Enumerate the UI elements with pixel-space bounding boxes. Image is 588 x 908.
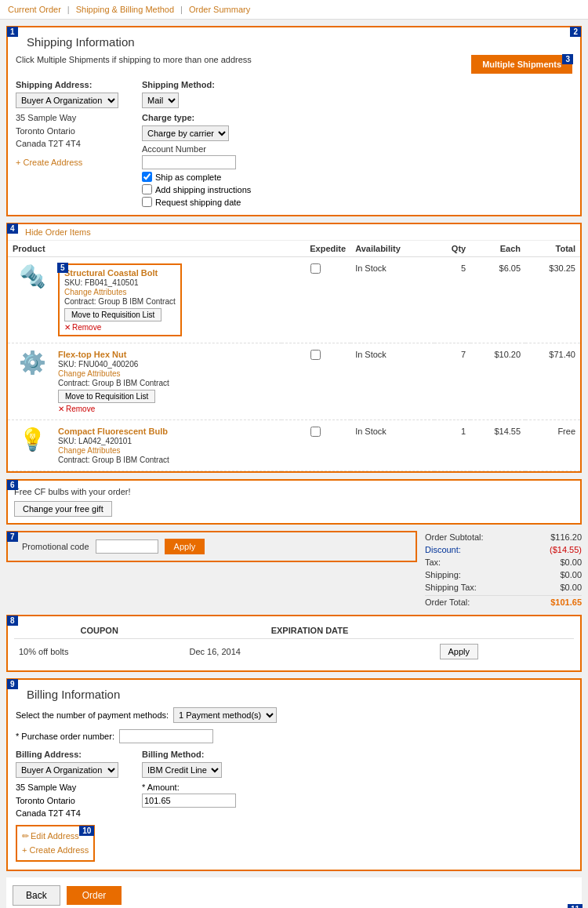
coupon-apply-button-0[interactable]: Apply xyxy=(440,644,479,659)
coupon-section: 8 COUPON EXPIRATION DATE 10% off bolts D… xyxy=(6,615,582,672)
method-label: Shipping Method: xyxy=(142,80,251,89)
shipping-columns: Shipping Address: Buyer A Organization 3… xyxy=(16,80,572,207)
shipping-section: 1 2 Shipping Information Click Multiple … xyxy=(6,26,582,216)
order-items-section: 4 Hide Order Items Product Expedite Avai… xyxy=(6,223,582,473)
billing-title: Billing Information xyxy=(27,688,572,701)
col-expedite: Expedite xyxy=(281,241,351,257)
shipping-value: $0.00 xyxy=(560,570,582,579)
nav-order-summary[interactable]: Order Summary xyxy=(189,5,250,14)
po-label: * Purchase order number: xyxy=(16,732,114,741)
product-name-2[interactable]: Compact Fluorescent Bulb xyxy=(58,427,168,436)
shipping-badge-2: 2 xyxy=(570,27,581,37)
top-nav: Current Order | Shipping & Billing Metho… xyxy=(0,0,588,20)
hide-items-link[interactable]: Hide Order Items xyxy=(25,227,91,237)
each-cell-0: $6.05 xyxy=(470,257,525,343)
address-line3: Canada T2T 4T4 xyxy=(16,137,118,151)
gift-section: 6 Free CF bulbs with your order! Change … xyxy=(6,479,582,525)
add-instructions-checkbox[interactable] xyxy=(142,184,152,194)
product-icon-2: 💡 xyxy=(13,427,52,452)
billing-edit-area: 10 ✏ Edit Address + Create Address xyxy=(16,825,95,862)
payment-methods-label: Select the number of payment methods: xyxy=(16,710,169,720)
multiple-shipments-button[interactable]: Multiple Shipments xyxy=(471,55,572,74)
add-instructions-label: Add shipping instructions xyxy=(155,185,251,194)
shipping-tax-row: Shipping Tax: $0.00 xyxy=(425,581,582,594)
billing-method-dropdown[interactable]: IBM Credit Line xyxy=(142,762,222,778)
product-name-0[interactable]: Structural Coastal Bolt xyxy=(64,268,158,278)
discount-value: ($14.55) xyxy=(550,545,582,554)
billing-address-line2: Toronto Ontario xyxy=(16,794,118,808)
shipping-method-dropdown[interactable]: Mail xyxy=(142,93,179,108)
shipping-title: Shipping Information xyxy=(27,35,572,49)
billing-section: 9 Billing Information Select the number … xyxy=(6,678,582,871)
po-row: * Purchase order number: xyxy=(16,729,572,743)
subtotal-row: Order Subtotal: $116.20 xyxy=(425,531,582,543)
col-qty: Qty xyxy=(434,241,470,257)
availability-cell-1: In Stock xyxy=(350,343,434,420)
payment-methods-row: Select the number of payment methods: 1 … xyxy=(16,707,572,723)
shipping-row: Click Multiple Shipments if shipping to … xyxy=(16,55,572,74)
move-to-requisition-0[interactable]: Move to Requisition List xyxy=(64,308,162,321)
remove-1[interactable]: ✕ Remove xyxy=(58,405,169,413)
product-attr-1[interactable]: Change Attributes xyxy=(58,369,121,378)
remove-0[interactable]: ✕ Remove xyxy=(64,323,176,332)
po-input[interactable] xyxy=(119,729,213,743)
address-org-select[interactable]: Buyer A Organization xyxy=(16,93,118,108)
nav-sep-1: | xyxy=(67,5,70,14)
col-total: Total xyxy=(525,241,580,257)
product-attr-2[interactable]: Change Attributes xyxy=(58,446,121,455)
coupon-row: 10% off bolts Dec 16, 2014 Apply xyxy=(14,639,574,665)
request-date-checkbox[interactable] xyxy=(142,197,152,207)
product-contract-2: Contract: Group B IBM Contract xyxy=(58,456,169,464)
billing-address-line1: 35 Sample Way xyxy=(16,781,118,794)
move-to-requisition-1[interactable]: Move to Requisition List xyxy=(58,390,155,403)
tax-value: $0.00 xyxy=(560,558,582,567)
expedite-cell-1 xyxy=(281,343,351,420)
product-sku-0: SKU: FB041_410501 xyxy=(64,278,139,287)
charge-type-dropdown[interactable]: Charge by carrier xyxy=(142,125,229,141)
items-table: Product Expedite Availability Qty Each T… xyxy=(8,241,580,471)
table-row: 🔩 5 Structural Coastal Bolt SKU: FB041_4… xyxy=(8,257,580,343)
shipping-tax-label: Shipping Tax: xyxy=(425,583,477,592)
billing-address-dropdown[interactable]: Buyer A Organization xyxy=(16,762,118,778)
billing-address-label: Billing Address: xyxy=(16,750,118,759)
payment-methods-dropdown[interactable]: 1 Payment method(s) xyxy=(173,707,277,723)
qty-cell-1: 7 xyxy=(434,343,470,420)
product-attr-0[interactable]: Change Attributes xyxy=(64,288,127,296)
nav-shipping-billing[interactable]: Shipping & Billing Method xyxy=(76,5,174,14)
product-cell-0: 🔩 5 Structural Coastal Bolt SKU: FB041_4… xyxy=(8,257,281,343)
add-instructions-row: Add shipping instructions xyxy=(142,184,251,194)
amount-input[interactable] xyxy=(142,794,236,808)
coupon-badge: 8 xyxy=(7,616,18,626)
account-number-input[interactable] xyxy=(142,155,236,169)
totals-section: Order Subtotal: $116.20 Discount: ($14.5… xyxy=(425,531,582,608)
promo-input[interactable] xyxy=(96,539,158,554)
multiple-shipments-badge: 3 xyxy=(562,54,573,64)
table-header-row: Product Expedite Availability Qty Each T… xyxy=(8,241,580,257)
expedite-checkbox-1[interactable] xyxy=(310,350,321,360)
nav-current-order[interactable]: Current Order xyxy=(8,5,61,14)
expedite-checkbox-0[interactable] xyxy=(310,263,321,274)
expedite-checkbox-2[interactable] xyxy=(310,427,321,437)
tax-row: Tax: $0.00 xyxy=(425,556,582,568)
col-product: Product xyxy=(8,241,281,257)
expedite-cell-0 xyxy=(281,257,351,343)
coupon-col2: EXPIRATION DATE xyxy=(184,623,434,639)
promo-apply-button[interactable]: Apply xyxy=(165,539,205,554)
bottom-buttons: Back Order 11 xyxy=(6,877,582,909)
create-address-link[interactable]: + Create Address xyxy=(16,158,82,167)
change-gift-button[interactable]: Change your free gift xyxy=(14,501,112,517)
billing-create-address-link[interactable]: + Create Address xyxy=(22,845,89,855)
coupon-header-row: COUPON EXPIRATION DATE xyxy=(14,623,574,639)
ship-complete-checkbox[interactable] xyxy=(142,172,152,182)
back-button[interactable]: Back xyxy=(13,885,60,906)
amount-row: * Amount: xyxy=(142,783,236,792)
product-contract-0: Contract: Group B IBM Contract xyxy=(64,297,176,306)
subtotal-label: Order Subtotal: xyxy=(425,532,484,542)
address-org-dropdown[interactable]: Buyer A Organization xyxy=(16,93,118,108)
order-button[interactable]: Order xyxy=(67,886,122,905)
shipping-address-col: Shipping Address: Buyer A Organization 3… xyxy=(16,80,118,207)
billing-columns: Billing Address: Buyer A Organization 35… xyxy=(16,750,572,862)
product-name-1[interactable]: Flex-top Hex Nut xyxy=(58,350,126,359)
discount-row: Discount: ($14.55) xyxy=(425,543,582,556)
promo-section: 7 Promotional code Apply xyxy=(6,531,417,562)
